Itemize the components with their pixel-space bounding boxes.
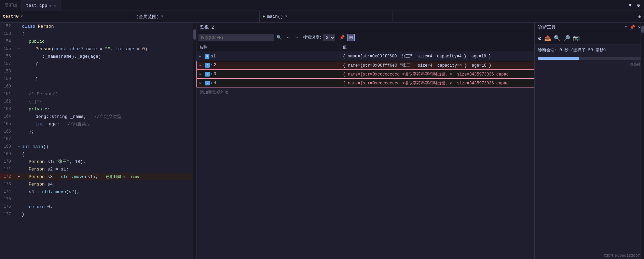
diag-zoom-in-icon[interactable]: 🔍 bbox=[554, 35, 561, 42]
var-icon-s2: s bbox=[205, 63, 210, 68]
add-btn[interactable]: ⊕ bbox=[635, 11, 644, 23]
function-selector[interactable]: ● main() ▼ bbox=[260, 11, 393, 23]
watch-nav-forward[interactable]: → bbox=[293, 34, 300, 41]
line-num-168: 168 bbox=[0, 144, 14, 149]
line-num-164: 164 bbox=[0, 114, 14, 119]
watch-panel: 监视 2 🔍 ← → 搜索深度: 3 1 2 4 5 📌 ⊞ 名称 值 bbox=[196, 23, 535, 259]
watch-nav-back[interactable]: ← bbox=[285, 34, 292, 41]
diag-camera-icon[interactable]: 📷 bbox=[573, 35, 580, 42]
line-num-152: 152 bbox=[0, 24, 14, 29]
breakpoint-arrow: ➤ bbox=[17, 174, 20, 180]
line-num-161: 161 bbox=[0, 92, 14, 96]
code-line-176: 176 return 0; bbox=[0, 203, 196, 210]
watch-search-btn[interactable]: 🔍 bbox=[275, 34, 283, 41]
line-code-153: { bbox=[22, 31, 25, 37]
code-line-155: 155 − Person(const char* name = "", int … bbox=[0, 45, 196, 53]
code-line-171: 171 Person s2 = s1; bbox=[0, 165, 196, 173]
line-num-173: 173 bbox=[0, 182, 14, 187]
watch-row-s1-name: ▶ s s1 bbox=[196, 54, 340, 59]
watch-row-s3-name: ▶ s s3 bbox=[197, 72, 340, 77]
var-icon-s3: s bbox=[205, 72, 210, 77]
line-num-167: 167 bbox=[0, 137, 14, 141]
project-dropdown-arrow: ▼ bbox=[21, 15, 23, 18]
code-line-168: 168 − int main() bbox=[0, 143, 196, 150]
code-scroll[interactable]: 152 − class Person 153 { 154 public: bbox=[0, 23, 196, 259]
watch-toolbar: 🔍 ← → 搜索深度: 3 1 2 4 5 📌 ⊞ bbox=[196, 32, 534, 43]
collapse-161[interactable]: − bbox=[16, 92, 22, 96]
diag-title: 诊断工具 bbox=[538, 24, 622, 30]
depth-select[interactable]: 3 1 2 4 5 bbox=[323, 34, 335, 41]
line-num-162: 162 bbox=[0, 99, 14, 104]
expand-s2[interactable]: ▶ bbox=[200, 63, 204, 67]
line-num-172: 172 bbox=[0, 174, 14, 179]
tab-pin-icon[interactable]: ⊕ bbox=[49, 3, 52, 8]
expand-s4[interactable]: ▶ bbox=[200, 81, 204, 85]
diag-close-icon[interactable]: ✕ bbox=[638, 25, 641, 30]
watch-row-s1[interactable]: ▶ s s1 { name={str=0x00fff600 "张三" _size… bbox=[196, 52, 534, 61]
code-line-158: 158 bbox=[0, 68, 196, 75]
scope-label: (全局范围) bbox=[136, 14, 159, 20]
tab-dropdown-icon[interactable]: ▼ bbox=[627, 2, 633, 9]
line-code-154: public: bbox=[22, 39, 47, 44]
credit-text: CSDN @dong132697 bbox=[604, 254, 640, 258]
scope-selector[interactable]: (全局范围) ▼ bbox=[133, 11, 260, 23]
tab-disassembly[interactable]: 反汇编 bbox=[0, 0, 22, 11]
watch-title-bar: 监视 2 bbox=[196, 23, 534, 32]
add-watch-label: 添加要监视的项 bbox=[200, 90, 229, 95]
tab-settings-icon[interactable]: ⚙ bbox=[636, 2, 641, 9]
collapse-168[interactable]: − bbox=[16, 145, 22, 149]
code-line-161: 161 − /*~Person() bbox=[0, 90, 196, 98]
code-line-174: 174 s4 = std::move(s2); bbox=[0, 188, 196, 195]
watch-search-input[interactable] bbox=[198, 34, 274, 41]
diag-time-label: 40毫秒 bbox=[538, 62, 641, 67]
diag-session-info: 诊断会话: 0 秒 (选择了 59 毫秒) bbox=[535, 44, 644, 56]
line-code-169: { bbox=[22, 152, 25, 157]
code-line-157: 157 { bbox=[0, 60, 196, 68]
line-code-155: Person(const char* name = "", int age = … bbox=[22, 46, 148, 52]
project-selector[interactable]: test40 ▼ bbox=[0, 11, 133, 23]
diag-export-icon[interactable]: 📤 bbox=[544, 35, 551, 42]
line-num-171: 171 bbox=[0, 167, 14, 172]
tab-disassembly-label: 反汇编 bbox=[4, 2, 17, 9]
line-code-162: { }*/ bbox=[22, 99, 42, 104]
watch-row-s4[interactable]: ▶ s s4 { name={str=0xccccccccc <读取字符串字符时… bbox=[196, 79, 534, 87]
diag-settings-icon[interactable]: ⚙ bbox=[538, 35, 542, 42]
watch-row-s2[interactable]: ▶ s s2 { name={str=0x00fff6e0 "张三" _size… bbox=[196, 61, 534, 70]
watch-row-s4-value: { name={str=0xccccccccc <读取字符串字符时出错。> _s… bbox=[340, 80, 534, 86]
function-dot-icon: ● bbox=[262, 14, 265, 19]
code-scrollbar[interactable] bbox=[193, 23, 196, 259]
line-num-169: 169 bbox=[0, 152, 14, 156]
diag-zoom-out-icon[interactable]: 🔎 bbox=[563, 35, 570, 42]
var-name-s2: s2 bbox=[211, 63, 216, 68]
watch-pin-btn[interactable]: 📌 bbox=[338, 34, 346, 41]
code-panel: 152 − class Person 153 { 154 public: bbox=[0, 23, 196, 259]
line-num-177: 177 bbox=[0, 212, 14, 217]
collapse-155[interactable]: − bbox=[16, 47, 22, 51]
expand-s3[interactable]: ▶ bbox=[200, 72, 204, 76]
tab-close-icon[interactable]: ✕ bbox=[54, 3, 56, 8]
watch-row-s3[interactable]: ▶ s s3 { name={str=0xccccccccc <读取字符串字符时… bbox=[196, 70, 534, 79]
line-code-177: } bbox=[22, 212, 25, 217]
watch-grid-btn[interactable]: ⊞ bbox=[347, 34, 355, 41]
var-name-s3: s3 bbox=[211, 72, 216, 77]
code-line-167: 167 bbox=[0, 135, 196, 143]
code-line-164: 164 dong::string _name; //自定义类型 bbox=[0, 113, 196, 120]
line-num-163: 163 bbox=[0, 107, 14, 111]
line-num-170: 170 bbox=[0, 159, 14, 164]
expand-s1[interactable]: ▶ bbox=[199, 54, 203, 58]
line-code-152: class Person bbox=[22, 24, 54, 29]
diag-pin-icon[interactable]: 📌 bbox=[630, 25, 635, 30]
watch-row-s2-value: { name={str=0x00fff6e0 "张三" _size=4 _cap… bbox=[340, 63, 534, 68]
code-line-159: 159 } bbox=[0, 75, 196, 83]
tab-test-cpp-label: test.cpp bbox=[26, 3, 47, 8]
watch-title: 监视 2 bbox=[200, 24, 214, 30]
line-num-156: 156 bbox=[0, 54, 14, 59]
gutter-172: ➤ bbox=[16, 174, 22, 180]
collapse-152[interactable]: − bbox=[16, 25, 22, 28]
diag-dropdown-arrow[interactable]: ▼ bbox=[625, 25, 627, 29]
tab-test-cpp[interactable]: test.cpp ⊕ ✕ bbox=[22, 0, 60, 11]
var-icon-s4: s bbox=[205, 81, 210, 85]
diag-scrollbar[interactable] bbox=[641, 23, 644, 259]
code-line-170: 170 Person s1("张三", 18); bbox=[0, 158, 196, 165]
add-watch-item[interactable]: 添加要监视的项 bbox=[196, 87, 534, 97]
